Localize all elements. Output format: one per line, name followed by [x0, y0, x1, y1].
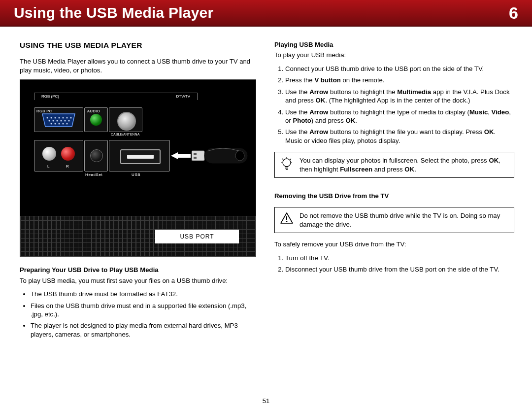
- tip-text: You can display your photos in fullscree…: [299, 156, 508, 173]
- remove-heading: Removing the USB Drive from the TV: [274, 192, 514, 200]
- antenna-plate: [109, 107, 142, 132]
- svg-point-15: [59, 123, 60, 125]
- svg-point-1: [51, 117, 52, 119]
- svg-point-9: [57, 120, 58, 122]
- prepare-heading: Preparing Your USB Drive to Play USB Med…: [20, 266, 260, 274]
- svg-point-0: [47, 117, 48, 119]
- dtv-tv-top-label: DTV/TV: [176, 94, 190, 100]
- svg-point-14: [55, 123, 56, 125]
- svg-point-17: [66, 123, 68, 125]
- usb-plate: [109, 140, 170, 171]
- left-column: USING THE USB MEDIA PLAYER The USB Media…: [20, 40, 260, 343]
- warning-text: Do not remove the USB thumb drive while …: [299, 211, 508, 229]
- usb-port-caption: USB PORT: [155, 230, 239, 243]
- headset-plate: [84, 140, 108, 171]
- audio-plate: AUDIO: [84, 107, 108, 132]
- vga-plate: RGB PC: [34, 107, 83, 132]
- prepare-list: The USB thumb drive must be formatted as…: [20, 290, 260, 339]
- insert-arrow-icon: [171, 152, 191, 159]
- page-body: USING THE USB MEDIA PLAYER The USB Media…: [0, 27, 532, 343]
- warning-icon: [280, 211, 294, 229]
- list-item: Use the Arrow buttons to highlight the f…: [285, 128, 514, 145]
- svg-rect-18: [192, 151, 204, 161]
- playing-steps: Connect your USB thumb drive to the USB …: [274, 65, 514, 145]
- rca-r-label: R: [66, 164, 69, 170]
- svg-point-8: [53, 120, 54, 122]
- usb-slot-icon: [120, 149, 161, 164]
- cable-antenna-label: CABLE/ANTENNA: [111, 132, 139, 137]
- list-item: Disconnect your USB thumb drive from the…: [285, 265, 514, 274]
- svg-point-12: [68, 120, 70, 122]
- list-item: Use the Arrow buttons to highlight the M…: [285, 88, 514, 105]
- svg-point-5: [66, 117, 68, 119]
- headset-label: HeadSet: [85, 172, 102, 178]
- prepare-intro: To play USB media, you must first save y…: [20, 276, 260, 285]
- intro-paragraph: The USB Media Player allows you to conne…: [20, 57, 260, 74]
- remove-intro: To safely remove your USB drive from the…: [274, 240, 514, 248]
- list-item: Use the Arrow buttons to highlight the t…: [285, 108, 514, 125]
- rca-l-label: L: [47, 164, 49, 170]
- svg-point-10: [61, 120, 62, 122]
- headphone-jack-icon: [90, 149, 103, 162]
- svg-point-3: [59, 117, 60, 119]
- audio-label: AUDIO: [87, 109, 100, 114]
- chapter-title: Using the USB Media Player: [14, 3, 213, 23]
- lightbulb-icon: [280, 156, 294, 173]
- usb-thumb-drive-icon: [192, 146, 250, 168]
- svg-point-30: [286, 221, 288, 223]
- svg-point-6: [70, 117, 72, 119]
- rca-plate: L R: [34, 140, 83, 171]
- svg-point-7: [49, 120, 50, 122]
- svg-point-23: [283, 159, 291, 167]
- svg-rect-19: [194, 153, 197, 155]
- audio-jack-icon: [90, 114, 102, 126]
- rca-left-icon: [42, 147, 56, 161]
- list-item: Press the V button on the remote.: [285, 76, 514, 84]
- page-number: 51: [0, 397, 532, 405]
- list-item: Files on the USB thumb drive must end in…: [31, 302, 260, 319]
- list-item: Turn off the TV.: [285, 254, 514, 262]
- top-bracket: RGB (PC) DTV/TV: [34, 93, 198, 100]
- tip-callout: You can display your photos in fullscree…: [274, 152, 514, 178]
- svg-line-25: [282, 159, 283, 160]
- right-column: Playing USB Media To play your USB media…: [274, 40, 514, 343]
- svg-rect-20: [194, 157, 197, 159]
- rca-right-icon: [61, 147, 75, 161]
- list-item: The player is not designed to play media…: [31, 321, 260, 339]
- vga-connector-icon: [39, 113, 78, 128]
- svg-point-22: [235, 151, 244, 161]
- remove-steps: Turn off the TV. Disconnect your USB thu…: [274, 254, 514, 274]
- list-item: Connect your USB thumb drive to the USB …: [285, 65, 514, 73]
- svg-point-4: [63, 117, 64, 119]
- usb-port-diagram: RGB (PC) DTV/TV RGB PC AUDI: [20, 79, 256, 257]
- svg-point-2: [55, 117, 56, 119]
- list-item: The USB thumb drive must be formatted as…: [31, 290, 260, 298]
- svg-line-26: [290, 159, 291, 160]
- svg-point-11: [65, 120, 66, 122]
- manual-page: Using the USB Media Player 6 USING THE U…: [0, 0, 532, 411]
- playing-intro: To play your USB media:: [274, 51, 514, 59]
- chapter-banner: Using the USB Media Player 6: [0, 0, 532, 27]
- playing-heading: Playing USB Media: [274, 40, 514, 49]
- rgb-pc-top-label: RGB (PC): [41, 94, 59, 100]
- section-heading: USING THE USB MEDIA PLAYER: [20, 40, 260, 50]
- coax-connector-icon: [117, 112, 136, 131]
- usb-label: USB: [132, 172, 140, 178]
- svg-point-16: [63, 123, 64, 125]
- warning-callout: Do not remove the USB thumb drive while …: [274, 207, 514, 233]
- chapter-number: 6: [509, 2, 518, 24]
- svg-point-13: [51, 123, 52, 125]
